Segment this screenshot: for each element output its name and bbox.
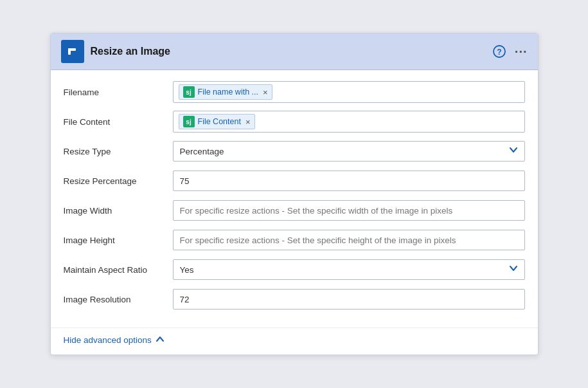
image-resolution-row: Image Resolution (64, 288, 525, 311)
app-icon (61, 40, 84, 63)
hide-advanced-label: Hide advanced options (64, 335, 152, 345)
card-body: Filename sj File name with ... × File Co… (51, 70, 538, 328)
maintain-aspect-ratio-wrapper: Yes No (173, 259, 525, 280)
resize-type-label: Resize Type (64, 147, 173, 156)
resize-percentage-label: Resize Percentage (64, 176, 173, 186)
hide-advanced-button[interactable]: Hide advanced options (64, 335, 165, 346)
card-footer: Hide advanced options (51, 328, 538, 355)
image-width-row: Image Width (64, 199, 525, 222)
file-content-row: File Content sj File Content × (64, 110, 525, 133)
page-title: Resize an Image (91, 46, 486, 57)
svg-text:?: ? (497, 48, 501, 57)
resize-percentage-row: Resize Percentage (64, 169, 525, 192)
maintain-aspect-ratio-label: Maintain Aspect Ratio (64, 265, 173, 275)
file-content-tag-remove[interactable]: × (245, 117, 251, 127)
help-icon[interactable]: ? (493, 45, 506, 58)
filename-tag-remove[interactable]: × (263, 88, 268, 97)
resize-type-wrapper: Percentage Pixels (173, 141, 525, 162)
more-options-icon[interactable]: ··· (515, 44, 528, 59)
image-height-input[interactable] (173, 230, 525, 250)
resize-type-row: Resize Type Percentage Pixels (64, 140, 525, 163)
image-width-input[interactable] (173, 200, 525, 221)
card-header: Resize an Image ? ··· (51, 33, 538, 70)
maintain-aspect-ratio-row: Maintain Aspect Ratio Yes No (64, 258, 525, 281)
maintain-aspect-ratio-select[interactable]: Yes No (173, 259, 525, 280)
file-content-tag-text: File Content (198, 117, 241, 126)
filename-tag-text: File name with ... (198, 88, 258, 97)
filename-tag: sj File name with ... × (179, 84, 272, 100)
file-content-tag: sj File Content × (179, 114, 255, 129)
resize-image-card: Resize an Image ? ··· Filename sj File n… (50, 33, 539, 355)
svg-rect-0 (66, 44, 80, 59)
resize-percentage-input[interactable] (173, 171, 525, 191)
image-height-label: Image Height (64, 236, 173, 245)
file-content-tag-icon: sj (183, 116, 195, 127)
header-actions: ? ··· (493, 44, 528, 59)
chevron-up-icon (156, 335, 165, 346)
file-content-input[interactable]: sj File Content × (173, 111, 525, 133)
image-height-row: Image Height (64, 228, 525, 252)
svg-rect-2 (68, 48, 71, 55)
filename-tag-icon: sj (183, 86, 195, 98)
filename-row: Filename sj File name with ... × (64, 80, 525, 104)
file-content-label: File Content (64, 117, 173, 127)
filename-label: Filename (64, 88, 173, 97)
image-width-label: Image Width (64, 206, 173, 216)
resize-type-select[interactable]: Percentage Pixels (173, 141, 525, 162)
filename-input[interactable]: sj File name with ... × (173, 81, 525, 103)
image-resolution-label: Image Resolution (64, 295, 173, 304)
image-resolution-input[interactable] (173, 289, 525, 309)
